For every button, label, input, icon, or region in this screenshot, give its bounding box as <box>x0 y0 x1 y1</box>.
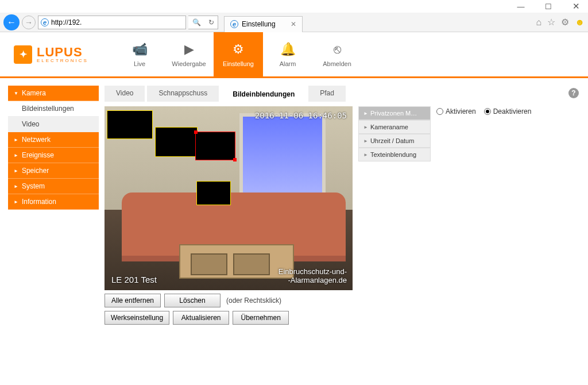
tab-close-icon[interactable]: ✕ <box>291 20 296 28</box>
acc-privatzonen[interactable]: Privatzonen M… <box>358 106 431 120</box>
acc-kameraname[interactable]: Kameraname <box>358 120 431 134</box>
brand-name: LUPUS <box>37 46 88 59</box>
sidebar-section-system[interactable]: System <box>8 179 99 194</box>
sidebar-sub-kamera: Bildeinstellungen Video <box>8 101 99 132</box>
site-header: ✦ LUPUS ELECTRONICS 📹 Live ▶ Wiedergabe … <box>0 32 588 78</box>
privacy-mask[interactable] <box>155 127 198 157</box>
tab-title: Einstellung <box>242 20 276 28</box>
main-panel: ? Video Schnappschuss Bildeinblendungen … <box>105 86 580 379</box>
address-bar-buttons: 🔍 ↻ <box>188 16 218 29</box>
topnav-live[interactable]: 📹 Live <box>115 32 164 76</box>
privacy-mask[interactable] <box>107 110 153 139</box>
radio-icon <box>436 108 443 115</box>
ie-favicon-icon <box>41 18 49 26</box>
feedback-icon[interactable]: ☻ <box>575 17 585 28</box>
sidebar-section-speicher[interactable]: Speicher <box>8 163 99 179</box>
window-maximize-button[interactable]: ☐ <box>539 2 558 11</box>
sidebar: Kamera Bildeinstellungen Video Netzwerk … <box>8 86 99 379</box>
window-minimize-button[interactable]: — <box>511 2 531 11</box>
window-close-button[interactable]: ✕ <box>566 1 586 11</box>
topnav-settings[interactable]: ⚙ Einstellung <box>214 32 263 76</box>
sidebar-section-information[interactable]: Information <box>8 194 99 210</box>
sidebar-item-video[interactable]: Video <box>8 117 99 132</box>
tools-icon[interactable]: ⚙ <box>561 17 569 28</box>
video-preview[interactable]: 2016-11-06 16:46:05 LE 201 Test Einbruch… <box>105 106 353 290</box>
acc-texteinblendung[interactable]: Texteinblendung <box>358 148 431 161</box>
camera-icon: 📹 <box>132 42 148 57</box>
refresh-button[interactable]: Aktualisieren <box>173 311 229 325</box>
osd-timestamp: 2016-11-06 16:46:05 <box>255 111 347 120</box>
brand-sub: ELECTRONICS <box>37 59 88 63</box>
tab-schnappschuss[interactable]: Schnappschuss <box>147 86 219 102</box>
browser-tab[interactable]: Einstellung ✕ <box>224 16 303 32</box>
sidebar-section-netzwerk[interactable]: Netzwerk <box>8 132 99 148</box>
settings-tabs: Video Schnappschuss Bildeinblendungen Pf… <box>105 86 580 102</box>
mask-enable-radios: Aktivieren Deaktivieren <box>436 106 531 325</box>
bell-icon: 🔔 <box>280 42 296 57</box>
browser-toolbar: ← → 🔍 ↻ Einstellung ✕ ⌂ ☆ ⚙ ☻ <box>0 13 588 32</box>
tab-content: 2016-11-06 16:46:05 LE 201 Test Einbruch… <box>105 106 580 325</box>
osd-watermark: Einbruchschutz-und- -Alarmanlagen.de <box>278 268 347 284</box>
topnav-label: Alarm <box>280 60 296 67</box>
reload-icon[interactable]: ↻ <box>208 18 214 26</box>
help-icon[interactable]: ? <box>568 88 579 98</box>
sidebar-section-ereignisse[interactable]: Ereignisse <box>8 148 99 163</box>
privacy-mask[interactable] <box>195 132 235 160</box>
topnav-label: Abmelden <box>323 60 351 67</box>
browser-back-button[interactable]: ← <box>3 14 20 30</box>
delete-hint: (oder Rechtsklick) <box>226 297 281 305</box>
home-icon[interactable]: ⌂ <box>536 17 541 28</box>
overlay-accordion: Privatzonen M… Kameraname Uhrzeit / Datu… <box>358 106 431 325</box>
brand-logo[interactable]: ✦ LUPUS ELECTRONICS <box>0 32 115 76</box>
privacy-mask[interactable] <box>196 181 231 205</box>
play-icon: ▶ <box>184 42 194 57</box>
topnav-label: Wiedergabe <box>172 60 206 67</box>
radio-deactivate[interactable]: Deaktivieren <box>484 107 532 116</box>
favorites-icon[interactable]: ☆ <box>547 17 555 28</box>
topnav-playback[interactable]: ▶ Wiedergabe <box>164 32 214 76</box>
topnav-label: Einstellung <box>223 60 254 67</box>
radio-activate[interactable]: Aktivieren <box>436 107 476 116</box>
brand-mark-icon: ✦ <box>14 45 32 64</box>
browser-right-icons: ⌂ ☆ ⚙ ☻ <box>536 17 585 28</box>
radio-label: Deaktivieren <box>493 107 532 116</box>
search-icon[interactable]: 🔍 <box>192 18 201 26</box>
address-bar[interactable] <box>38 16 186 29</box>
video-column: 2016-11-06 16:46:05 LE 201 Test Einbruch… <box>105 106 353 325</box>
sidebar-section-kamera[interactable]: Kamera <box>8 86 99 101</box>
window-titlebar: — ☐ ✕ <box>0 0 588 13</box>
tab-video[interactable]: Video <box>105 86 145 102</box>
radio-icon <box>484 108 491 115</box>
acc-uhrzeit[interactable]: Uhrzeit / Datum <box>358 134 431 148</box>
factory-reset-button[interactable]: Werkseinstellung <box>105 311 169 325</box>
remove-all-button[interactable]: Alle entfernen <box>105 294 161 307</box>
topnav-alarm[interactable]: 🔔 Alarm <box>263 32 312 76</box>
radio-label: Aktivieren <box>446 107 476 116</box>
tab-bildeinblendungen[interactable]: Bildeinblendungen <box>221 86 306 102</box>
topnav-label: Live <box>134 60 145 67</box>
url-input[interactable] <box>51 18 183 26</box>
logout-icon: ⎋ <box>334 42 341 57</box>
gear-icon: ⚙ <box>233 42 244 57</box>
tab-favicon-icon <box>230 20 238 28</box>
osd-camera-name: LE 201 Test <box>111 275 157 284</box>
delete-button[interactable]: Löschen <box>164 294 220 307</box>
top-nav: 📹 Live ▶ Wiedergabe ⚙ Einstellung 🔔 Alar… <box>115 32 362 76</box>
topnav-logout[interactable]: ⎋ Abmelden <box>312 32 362 76</box>
tab-pfad[interactable]: Pfad <box>308 86 346 102</box>
apply-button[interactable]: Übernehmen <box>233 311 289 325</box>
page-body: Kamera Bildeinstellungen Video Netzwerk … <box>0 80 588 385</box>
sidebar-item-bildeinstellungen[interactable]: Bildeinstellungen <box>8 101 99 117</box>
browser-forward-button[interactable]: → <box>22 16 36 29</box>
